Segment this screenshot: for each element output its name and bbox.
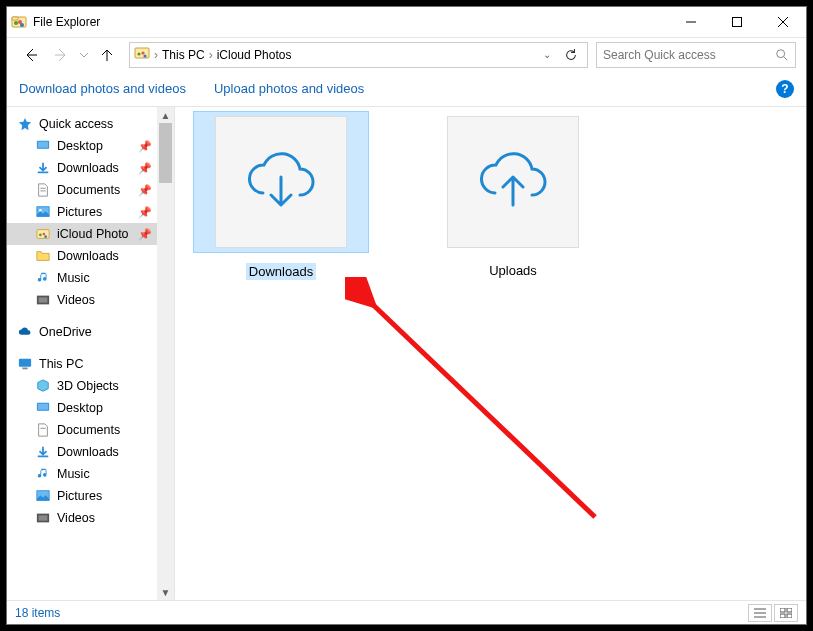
sidebar-item-icloud-photos[interactable]: iCloud Photo📌: [7, 223, 174, 245]
svg-point-14: [143, 54, 146, 57]
sidebar-item-pictures[interactable]: Pictures📌: [7, 201, 174, 223]
pc-icon: [17, 356, 33, 372]
svg-point-27: [44, 235, 47, 238]
pin-icon: 📌: [138, 206, 152, 219]
search-input[interactable]: Search Quick access: [596, 42, 796, 68]
sidebar-item-downloads[interactable]: Downloads📌: [7, 157, 174, 179]
chevron-right-icon: ›: [154, 48, 158, 62]
svg-point-26: [43, 233, 46, 236]
sidebar-item-videos-2[interactable]: Videos: [7, 507, 174, 529]
pictures-icon: [35, 488, 51, 504]
sidebar-item-downloads-2[interactable]: Downloads: [7, 245, 174, 267]
download-icon: [35, 444, 51, 460]
chevron-right-icon: ›: [209, 48, 213, 62]
svg-rect-6: [733, 18, 742, 27]
sidebar-item-label: Videos: [57, 511, 95, 525]
video-icon: [35, 510, 51, 526]
scroll-up-icon[interactable]: ▲: [157, 107, 174, 123]
onedrive-icon: [17, 324, 33, 340]
close-button[interactable]: [760, 7, 806, 37]
body: Quick access Desktop📌 Downloads📌 Documen…: [7, 107, 806, 600]
desktop-icon: [35, 138, 51, 154]
pin-icon: 📌: [138, 140, 152, 153]
document-icon: [35, 182, 51, 198]
scroll-thumb[interactable]: [159, 123, 172, 183]
sidebar-item-documents-2[interactable]: Documents: [7, 419, 174, 441]
back-button[interactable]: [17, 41, 45, 69]
content-area[interactable]: Downloads Uploads: [175, 107, 806, 600]
sidebar-item-label: Music: [57, 467, 90, 481]
svg-rect-1: [12, 17, 18, 20]
breadcrumb-current[interactable]: iCloud Photos: [217, 48, 292, 62]
up-button[interactable]: [93, 41, 121, 69]
pictures-icon: [35, 204, 51, 220]
refresh-button[interactable]: [559, 48, 583, 62]
sidebar-item-label: Documents: [57, 183, 120, 197]
app-icon: [11, 14, 27, 30]
folder-downloads[interactable]: Downloads: [193, 111, 369, 280]
sidebar-item-documents[interactable]: Documents📌: [7, 179, 174, 201]
sidebar-item-music-2[interactable]: Music: [7, 463, 174, 485]
nav-scrollbar[interactable]: ▲ ▼: [157, 107, 174, 600]
cloud-download-icon: [239, 147, 323, 217]
svg-point-13: [141, 51, 144, 54]
star-icon: [17, 116, 33, 132]
thumbnails-view-button[interactable]: [774, 604, 798, 622]
folder-icon: [35, 248, 51, 264]
sidebar-thispc[interactable]: This PC: [7, 353, 174, 375]
sidebar-item-downloads-3[interactable]: Downloads: [7, 441, 174, 463]
sidebar-item-videos[interactable]: Videos: [7, 289, 174, 311]
folder-label: Downloads: [246, 263, 316, 280]
annotation-arrow: [345, 277, 605, 537]
svg-point-2: [14, 21, 18, 25]
svg-point-12: [137, 52, 140, 55]
svg-rect-45: [780, 614, 785, 618]
svg-rect-31: [22, 368, 27, 370]
cube-icon: [35, 378, 51, 394]
cmd-upload[interactable]: Upload photos and videos: [214, 81, 364, 96]
pin-icon: 📌: [138, 228, 152, 241]
status-text: 18 items: [15, 606, 60, 620]
pin-icon: 📌: [138, 184, 152, 197]
sidebar-item-label: Desktop: [57, 139, 103, 153]
forward-button[interactable]: [47, 41, 75, 69]
svg-rect-38: [39, 515, 48, 520]
breadcrumb-root[interactable]: This PC: [162, 48, 205, 62]
help-button[interactable]: ?: [776, 80, 794, 98]
sidebar-item-pictures-2[interactable]: Pictures: [7, 485, 174, 507]
cmd-download[interactable]: Download photos and videos: [19, 81, 186, 96]
sidebar-quick-access[interactable]: Quick access: [7, 113, 174, 135]
titlebar: File Explorer: [7, 7, 806, 37]
desktop-icon: [35, 400, 51, 416]
video-icon: [35, 292, 51, 308]
address-dropdown-icon[interactable]: ⌄: [543, 49, 551, 60]
minimize-button[interactable]: [668, 7, 714, 37]
sidebar-item-desktop-2[interactable]: Desktop: [7, 397, 174, 419]
sidebar-item-label: Downloads: [57, 445, 119, 459]
sidebar-item-label: iCloud Photo: [57, 227, 129, 241]
download-icon: [35, 160, 51, 176]
scroll-down-icon[interactable]: ▼: [157, 584, 174, 600]
sidebar-onedrive[interactable]: OneDrive: [7, 321, 174, 343]
svg-line-16: [784, 56, 788, 60]
sidebar-item-label: Downloads: [57, 249, 119, 263]
details-view-button[interactable]: [748, 604, 772, 622]
sidebar-label: This PC: [39, 357, 83, 371]
sidebar-item-desktop[interactable]: Desktop📌: [7, 135, 174, 157]
recent-dropdown[interactable]: [77, 41, 91, 69]
sidebar-label: OneDrive: [39, 325, 92, 339]
navbar: › This PC › iCloud Photos ⌄ Search Quick…: [7, 37, 806, 71]
window-title: File Explorer: [33, 15, 668, 29]
maximize-button[interactable]: [714, 7, 760, 37]
cloud-upload-icon: [471, 147, 555, 217]
folder-label: Uploads: [425, 263, 601, 278]
sidebar-item-3d[interactable]: 3D Objects: [7, 375, 174, 397]
svg-point-25: [39, 234, 42, 237]
command-bar: Download photos and videos Upload photos…: [7, 71, 806, 107]
folder-uploads[interactable]: Uploads: [425, 111, 601, 278]
sidebar-item-music[interactable]: Music: [7, 267, 174, 289]
svg-rect-18: [38, 142, 49, 148]
document-icon: [35, 422, 51, 438]
svg-rect-46: [787, 614, 792, 618]
address-bar[interactable]: › This PC › iCloud Photos ⌄: [129, 42, 588, 68]
